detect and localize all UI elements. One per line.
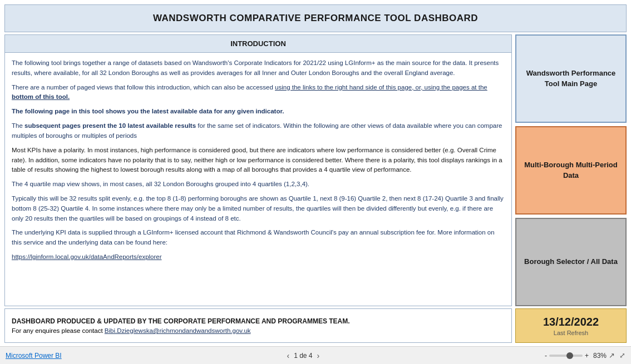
borough-selector-label: Borough Selector / All Data [524,257,618,267]
lginform-link[interactable]: https://lginform.local.gov.uk/dataAndRep… [12,253,162,260]
title-bar: WANDSWORTH COMPARATIVE PERFORMANCE TOOL … [4,4,627,32]
intro-p7: Typically this will be 32 results split … [12,194,505,223]
nav-controls: ‹ 1 de 4 › [285,351,321,360]
intro-p8: The underlying KPI data is supplied thro… [12,228,505,248]
zoom-level: 83% [593,352,607,360]
bottom-bar: Microsoft Power BI ‹ 1 de 4 › - + 83% ↗ … [0,346,631,364]
prev-page-button[interactable]: ‹ [285,351,290,360]
fullscreen-icon[interactable]: ⤢ [619,351,625,360]
page-indicator: 1 de 4 [294,352,312,360]
share-icon[interactable]: ↗ [609,351,615,360]
main-title: WANDSWORTH COMPARATIVE PERFORMANCE TOOL … [11,13,620,24]
intro-p9: https://lginform.local.gov.uk/dataAndRep… [12,252,505,262]
footer-email-link[interactable]: Bibi.Dzieglewska@richmondandwandsworth.g… [105,327,251,334]
sidebar: Wandsworth Performance Tool Main Page Mu… [515,34,627,306]
zoom-plus[interactable]: + [585,352,589,360]
zoom-slider[interactable] [549,355,583,357]
footer-date-box: 13/12/2022 Last Refresh [515,308,627,343]
last-refresh-date: 13/12/2022 [543,316,599,328]
zoom-thumb [566,352,573,359]
intro-p1: The following tool brings together a ran… [12,58,505,78]
next-page-button[interactable]: › [316,351,321,360]
footer-left: DASHBOARD PRODUCED & UPDATED BY THE CORP… [4,308,512,343]
multi-borough-button[interactable]: Multi-Borough Multi-Period Data [515,126,627,215]
wandsworth-main-page-button[interactable]: Wandsworth Performance Tool Main Page [515,34,627,123]
footer-contact-text: For any enquires please contact [12,327,105,334]
footer-row: DASHBOARD PRODUCED & UPDATED BY THE CORP… [4,308,627,343]
content-row: INTRODUCTION The following tool brings t… [4,34,627,306]
intro-p4: The subsequent pages present the 10 late… [12,121,505,141]
intro-p5: Most KPIs have a polarity. In most insta… [12,146,505,175]
intro-p2: There are a number of paged views that f… [12,83,505,103]
wandsworth-main-page-label: Wandsworth Performance Tool Main Page [522,68,620,88]
borough-selector-button[interactable]: Borough Selector / All Data [515,218,627,306]
intro-header: INTRODUCTION [5,35,511,53]
main-panel: INTRODUCTION The following tool brings t… [4,34,512,306]
intro-body: The following tool brings together a ran… [5,53,511,306]
multi-borough-label: Multi-Borough Multi-Period Data [522,160,620,180]
intro-p6: The 4 quartile map view shows, in most c… [12,179,505,190]
zoom-minus[interactable]: - [545,352,547,360]
intro-title: INTRODUCTION [9,39,507,48]
zoom-area: - + 83% ↗ ⤢ [545,351,625,360]
app-container: WANDSWORTH COMPARATIVE PERFORMANCE TOOL … [0,0,631,364]
right-icons: ↗ ⤢ [609,351,625,360]
footer-contact: For any enquires please contact Bibi.Dzi… [12,327,505,334]
footer-bold-line: DASHBOARD PRODUCED & UPDATED BY THE CORP… [12,317,505,325]
last-refresh-label: Last Refresh [554,330,588,336]
intro-p3: The following page in this tool shows yo… [12,107,505,117]
powerbi-link[interactable]: Microsoft Power BI [6,352,62,360]
